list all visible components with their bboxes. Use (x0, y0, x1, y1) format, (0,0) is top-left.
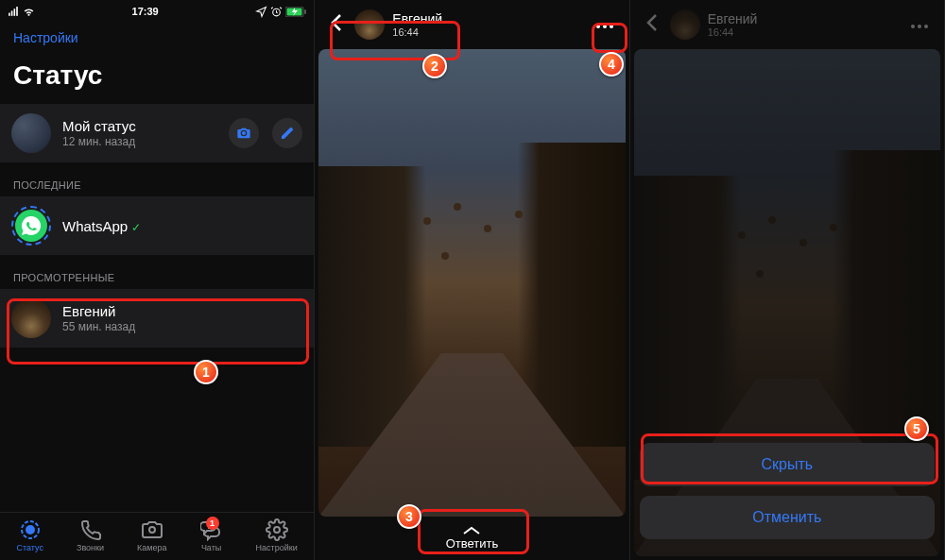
svg-point-11 (274, 527, 280, 533)
section-viewed: ПРОСМОТРЕННЫЕ (0, 255, 314, 289)
phone-status-list: 17:39 Настройки Статус Мой статус 12 мин… (0, 0, 315, 560)
camera-icon (236, 126, 251, 141)
gear-icon (266, 518, 288, 541)
status-circle-icon (19, 518, 42, 541)
camera-button[interactable] (229, 118, 259, 148)
verified-icon: ✓ (131, 221, 141, 234)
svg-rect-1 (11, 10, 13, 15)
chevron-left-icon (330, 13, 343, 32)
my-status-avatar (11, 113, 51, 153)
camera-tab-icon (141, 518, 163, 541)
alarm-icon (270, 6, 283, 18)
hide-button[interactable]: Скрыть (640, 443, 935, 486)
svg-point-10 (149, 527, 155, 533)
my-status-name: Мой статус (62, 118, 229, 134)
tab-status[interactable]: Статус (17, 518, 43, 552)
edit-button[interactable] (272, 118, 302, 148)
story-user-name: Евгений (392, 11, 583, 26)
chats-badge: 1 (206, 517, 219, 530)
whatsapp-icon (20, 214, 43, 237)
whatsapp-avatar-ring (11, 206, 51, 246)
tab-bar: Статус Звонки Камера 1 Чаты Настройки (0, 512, 314, 560)
svg-rect-2 (14, 8, 16, 16)
my-status-time: 12 мин. назад (62, 135, 229, 148)
more-horizontal-icon (595, 24, 614, 29)
svg-point-17 (924, 25, 928, 28)
tab-settings[interactable]: Настройки (256, 518, 298, 552)
story-header-dimmed: Евгений 16:44 (630, 0, 944, 49)
pencil-icon (280, 126, 295, 141)
svg-point-13 (603, 25, 607, 28)
action-sheet: Скрыть Отменить (640, 443, 935, 549)
evgeniy-name: Евгений (62, 303, 302, 319)
cancel-button[interactable]: Отменить (640, 496, 935, 539)
evgeniy-avatar (11, 298, 51, 338)
svg-point-9 (26, 526, 34, 534)
evgeniy-status-row[interactable]: Евгений 55 мин. назад (0, 289, 314, 348)
story-content-image[interactable] (318, 49, 625, 517)
svg-point-16 (918, 25, 921, 28)
back-button[interactable] (326, 9, 347, 40)
tab-chats[interactable]: 1 Чаты (200, 518, 223, 552)
chevron-left-icon (645, 13, 659, 32)
svg-point-12 (596, 25, 600, 28)
svg-rect-3 (16, 7, 18, 16)
story-avatar-dimmed (670, 9, 700, 40)
phone-icon (79, 518, 102, 541)
page-title: Статус (0, 53, 314, 104)
story-avatar (354, 9, 385, 40)
more-options-button[interactable] (592, 10, 618, 39)
settings-back-link[interactable]: Настройки (0, 23, 314, 53)
tab-calls[interactable]: Звонки (77, 518, 104, 552)
back-button-dimmed (642, 9, 662, 40)
story-header: Евгений 16:44 (315, 0, 628, 49)
phone-action-sheet: Евгений 16:44 Скрыть Отменить (630, 0, 945, 560)
more-horizontal-icon (910, 24, 929, 29)
statusbar-time: 17:39 (132, 6, 159, 17)
more-options-dimmed (906, 10, 933, 39)
phone-story-viewer: Евгений 16:44 Ответить (315, 0, 629, 560)
svg-rect-7 (304, 9, 306, 14)
whatsapp-status-row[interactable]: WhatsApp✓ (0, 196, 314, 255)
svg-point-14 (610, 25, 613, 28)
svg-point-15 (911, 25, 915, 28)
story-timestamp: 16:44 (392, 26, 583, 38)
evgeniy-time: 55 мин. назад (62, 320, 302, 333)
wifi-icon (23, 6, 35, 18)
location-arrow-icon (255, 6, 267, 18)
battery-icon (285, 7, 306, 17)
whatsapp-name: WhatsApp✓ (62, 218, 302, 234)
tab-camera[interactable]: Камера (137, 518, 166, 552)
reply-button[interactable]: Ответить (315, 520, 628, 560)
my-status-row[interactable]: Мой статус 12 мин. назад (0, 104, 314, 162)
svg-rect-0 (9, 12, 10, 15)
status-bar: 17:39 (0, 0, 314, 23)
signal-icon (8, 6, 20, 18)
section-recent: ПОСЛЕДНИЕ (0, 162, 314, 196)
chevron-up-icon (462, 526, 481, 535)
tutorial-composite: 17:39 Настройки Статус Мой статус 12 мин… (0, 0, 945, 560)
